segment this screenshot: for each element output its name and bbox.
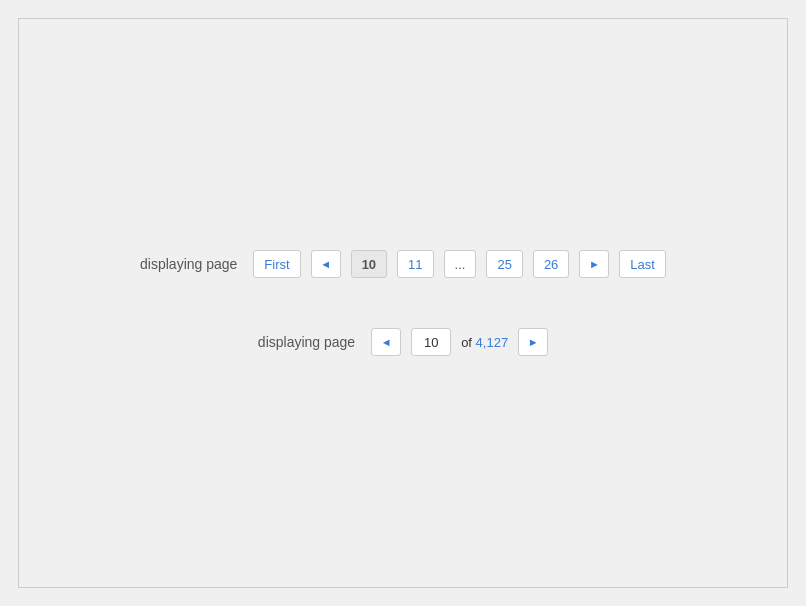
page-input[interactable] [411, 328, 451, 356]
page-10-button[interactable]: 10 [351, 250, 387, 278]
total-pages: 4,127 [476, 335, 509, 350]
first-button[interactable]: First [253, 250, 300, 278]
prev-arrow-button-1[interactable]: ◄ [311, 250, 341, 278]
last-button[interactable]: Last [619, 250, 666, 278]
next-arrow-button-2[interactable]: ► [518, 328, 548, 356]
page-11-button[interactable]: 11 [397, 250, 433, 278]
next-arrow-button-1[interactable]: ► [579, 250, 609, 278]
displaying-page-label-1: displaying page [140, 256, 237, 272]
main-container: displaying page First ◄ 10 11 ... 25 26 … [18, 18, 788, 588]
page-26-button[interactable]: 26 [533, 250, 569, 278]
displaying-page-label-2: displaying page [258, 334, 355, 350]
ellipsis-button: ... [444, 250, 477, 278]
pagination-row-1: displaying page First ◄ 10 11 ... 25 26 … [140, 250, 666, 278]
prev-arrow-button-2[interactable]: ◄ [371, 328, 401, 356]
page-25-button[interactable]: 25 [486, 250, 522, 278]
pagination-row-2: displaying page ◄ of 4,127 ► [258, 328, 548, 356]
of-text: of 4,127 [461, 335, 508, 350]
